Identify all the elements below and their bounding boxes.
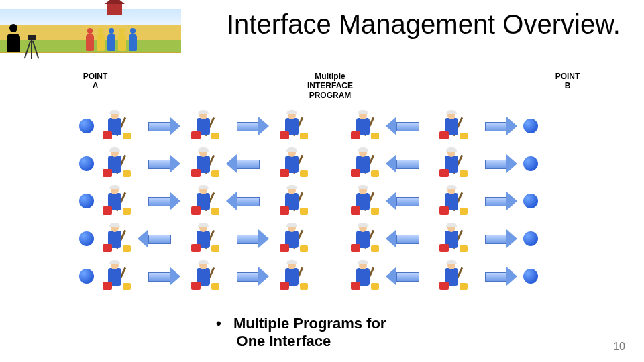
arrow-left-icon <box>390 110 431 142</box>
page-number: 10 <box>613 341 625 353</box>
endpoint-dot <box>523 119 538 133</box>
worker-icon <box>98 185 138 217</box>
arrow-left-icon <box>390 185 431 217</box>
worker-icon <box>98 260 138 292</box>
arrow-left-icon <box>390 223 431 255</box>
worker-icon <box>98 223 138 255</box>
arrow-right-icon <box>479 110 519 142</box>
worker-icon <box>275 185 315 217</box>
worker-icon <box>98 110 138 142</box>
worker-icon <box>275 223 315 255</box>
arrow-right-icon <box>142 147 182 180</box>
worker-icon <box>435 110 475 142</box>
label-point-b: POINT B <box>551 72 584 91</box>
diagram-row <box>79 145 576 182</box>
diagram-row <box>79 257 576 295</box>
worker-icon <box>346 185 386 217</box>
worker-icon <box>275 110 315 142</box>
surveyor-icon <box>4 24 23 59</box>
arrow-right-icon <box>479 147 519 180</box>
barn-icon <box>107 3 122 15</box>
arrow-right-icon <box>479 223 519 255</box>
worker-icon <box>435 185 475 217</box>
arrow-left-icon <box>390 260 431 292</box>
arrow-right-icon <box>231 110 271 142</box>
worker-icon <box>435 260 475 292</box>
worker-icon <box>435 147 475 180</box>
diagram-row <box>79 182 576 220</box>
endpoint-dot <box>523 156 538 171</box>
arrow-left-icon <box>231 147 271 180</box>
arrow-left-icon <box>231 185 271 217</box>
worker-icon <box>346 147 386 180</box>
crowd-person-icon <box>86 34 94 51</box>
endpoint-dot <box>79 231 94 246</box>
arrow-right-icon <box>231 260 271 292</box>
header-banner <box>0 9 181 52</box>
worker-icon <box>346 223 386 255</box>
worker-icon <box>346 110 386 142</box>
worker-icon <box>435 223 475 255</box>
endpoint-dot <box>79 119 94 133</box>
arrow-right-icon <box>479 185 519 217</box>
slide-title: Interface Management Overview. <box>227 9 621 40</box>
worker-icon <box>186 223 227 255</box>
endpoint-dot <box>79 156 94 171</box>
label-middle: Multiple INTERFACE PROGRAM <box>303 72 357 100</box>
worker-icon <box>186 147 227 180</box>
diagram-grid <box>79 107 576 295</box>
worker-icon <box>186 110 227 142</box>
arrow-right-icon <box>142 110 182 142</box>
worker-icon <box>275 260 315 292</box>
endpoint-dot <box>523 269 538 284</box>
arrow-right-icon <box>142 260 182 292</box>
endpoint-dot <box>79 269 94 284</box>
worker-icon <box>275 147 315 180</box>
endpoint-dot <box>79 194 94 208</box>
arrow-right-icon <box>479 260 519 292</box>
arrow-left-icon <box>390 147 431 180</box>
arrow-right-icon <box>142 185 182 217</box>
worker-icon <box>346 260 386 292</box>
crowd-person-icon <box>97 34 105 51</box>
tripod-icon <box>23 36 43 59</box>
diagram-row <box>79 220 576 257</box>
arrow-right-icon <box>231 223 271 255</box>
diagram-row <box>79 107 576 145</box>
crowd-person-icon <box>107 34 115 51</box>
endpoint-dot <box>523 231 538 246</box>
worker-icon <box>186 260 227 292</box>
arrow-left-icon <box>142 223 182 255</box>
label-point-a: POINT A <box>79 72 111 91</box>
slide: Interface Management Overview. POINT A M… <box>0 0 644 362</box>
endpoint-dot <box>523 194 538 208</box>
worker-icon <box>186 185 227 217</box>
crowd-person-icon <box>118 34 126 51</box>
crowd-icon <box>86 34 137 51</box>
crowd-person-icon <box>129 34 137 51</box>
bullet-text: • Multiple Programs for One Interface <box>216 315 386 351</box>
worker-icon <box>98 147 138 180</box>
banner-sky <box>0 9 181 25</box>
